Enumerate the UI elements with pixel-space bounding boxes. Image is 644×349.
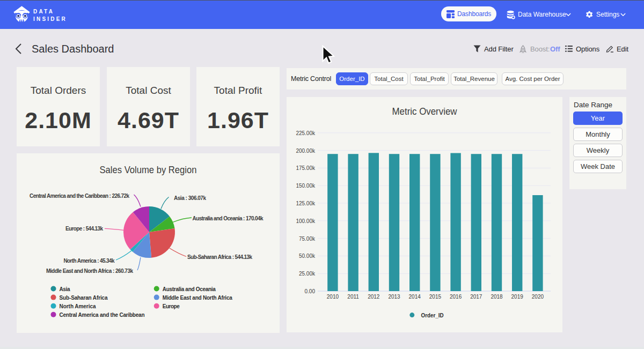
svg-text:200.00k: 200.00k xyxy=(296,148,316,154)
svg-text:2016: 2016 xyxy=(450,294,462,300)
svg-text:Sub-Saharan Africa : 544.13k: Sub-Saharan Africa : 544.13k xyxy=(187,254,252,260)
svg-text:2012: 2012 xyxy=(368,294,380,300)
svg-text:Australia and Oceania: Australia and Oceania xyxy=(163,286,216,292)
svg-text:100.00k: 100.00k xyxy=(296,218,316,224)
svg-text:Metric Overview: Metric Overview xyxy=(392,106,457,117)
svg-text:225.00k: 225.00k xyxy=(296,130,316,136)
svg-text:Middle East and North Africa: Middle East and North Africa xyxy=(163,295,232,301)
svg-text:Sales Volume by Region: Sales Volume by Region xyxy=(100,164,197,175)
svg-text:Sub-Saharan Africa: Sub-Saharan Africa xyxy=(60,295,108,301)
svg-text:2014: 2014 xyxy=(409,294,421,300)
svg-text:75.00k: 75.00k xyxy=(299,236,316,242)
svg-text:50.00k: 50.00k xyxy=(299,253,316,259)
svg-text:Asia: Asia xyxy=(60,286,70,292)
svg-text:2010: 2010 xyxy=(327,294,339,300)
svg-text:2018: 2018 xyxy=(491,294,503,300)
svg-text:125.00k: 125.00k xyxy=(296,201,316,206)
svg-text:175.00k: 175.00k xyxy=(296,165,316,171)
svg-text:0.00: 0.00 xyxy=(305,288,316,294)
svg-text:Europe: Europe xyxy=(163,303,180,309)
svg-text:Australia and Oceania : 170.04: Australia and Oceania : 170.04k xyxy=(193,216,264,221)
svg-text:Asia : 306.07k: Asia : 306.07k xyxy=(174,195,206,201)
svg-text:North America: North America xyxy=(60,303,96,309)
svg-text:2011: 2011 xyxy=(347,294,359,300)
svg-text:2017: 2017 xyxy=(470,294,482,300)
svg-text:2013: 2013 xyxy=(388,294,400,300)
svg-text:North America : 45.34k: North America : 45.34k xyxy=(64,258,115,264)
svg-text:2015: 2015 xyxy=(429,294,442,300)
svg-text:Order_ID: Order_ID xyxy=(421,313,444,318)
svg-text:Middle East and North Africa :: Middle East and North Africa : 260.73k xyxy=(46,268,133,274)
svg-text:Central America and the Caribb: Central America and the Caribbean : 226.… xyxy=(30,193,129,199)
svg-text:Central America and the Caribb: Central America and the Caribbean xyxy=(60,312,145,318)
svg-text:2020: 2020 xyxy=(532,294,544,300)
svg-text:150.00k: 150.00k xyxy=(296,183,316,189)
svg-text:25.00k: 25.00k xyxy=(299,271,316,277)
svg-text:Europe : 544.13k: Europe : 544.13k xyxy=(65,226,103,232)
svg-text:2019: 2019 xyxy=(511,294,524,300)
